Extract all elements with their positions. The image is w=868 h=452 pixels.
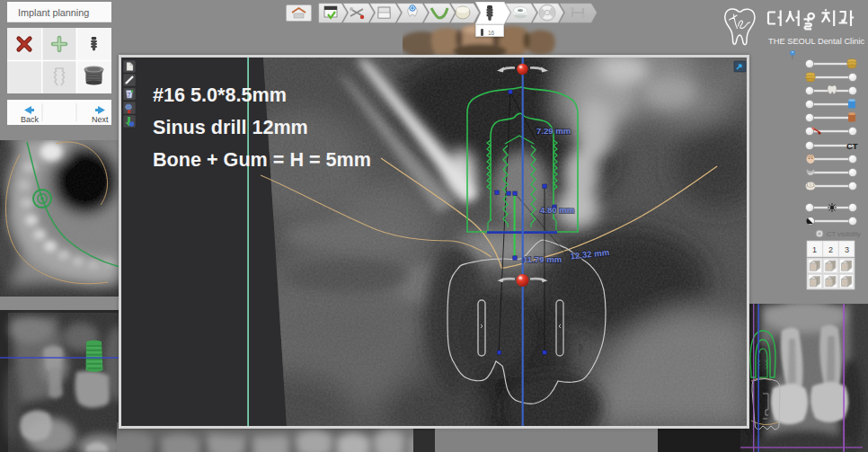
svg-text:Back: Back <box>21 115 40 124</box>
svg-text:16: 16 <box>488 30 495 36</box>
svg-text:1: 1 <box>812 245 817 254</box>
svg-text:11.79 mm: 11.79 mm <box>523 254 562 264</box>
svg-text:Bone + Gum = H = 5mm: Bone + Gum = H = 5mm <box>153 148 371 171</box>
svg-text:THE SEOUL Dental Clinic: THE SEOUL Dental Clinic <box>768 37 864 46</box>
svg-text:Next: Next <box>92 115 109 124</box>
svg-text:7: 7 <box>127 92 130 98</box>
svg-text:3: 3 <box>845 245 849 254</box>
svg-text:Sinus drill 12mm: Sinus drill 12mm <box>153 116 308 138</box>
svg-text:7.29 mm: 7.29 mm <box>536 126 571 136</box>
svg-text:2: 2 <box>828 245 833 254</box>
svg-text:CT: CT <box>846 141 858 151</box>
svg-text:4.80 mm: 4.80 mm <box>540 205 574 215</box>
svg-text:CT visibility: CT visibility <box>827 230 861 238</box>
svg-text:#16 5.0*8.5mm: #16 5.0*8.5mm <box>153 84 287 106</box>
